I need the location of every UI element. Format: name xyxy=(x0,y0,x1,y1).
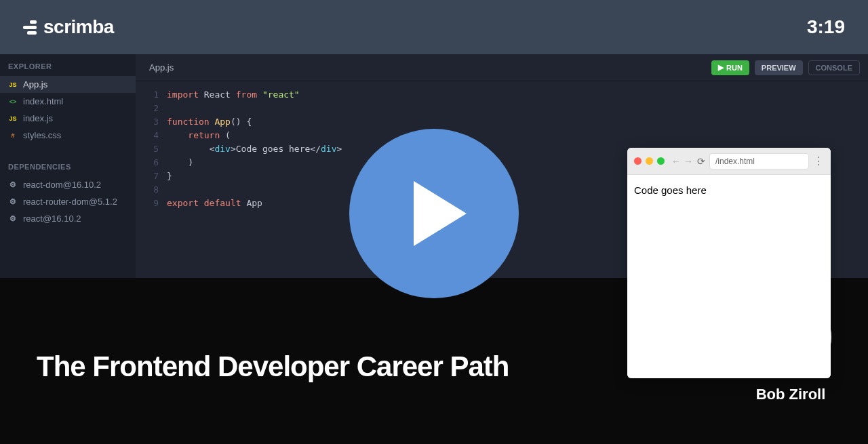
active-tab[interactable]: App.js xyxy=(149,62,174,73)
back-icon[interactable]: ← xyxy=(671,156,681,167)
file-app-js[interactable]: JS App.js xyxy=(0,76,136,93)
preview-toolbar: ← → ⟳ /index.html ⋮ xyxy=(627,148,831,175)
console-label: CONSOLE xyxy=(816,64,852,72)
dependencies-heading: DEPENDENCIES xyxy=(0,155,136,176)
brand-name: scrimba xyxy=(43,16,114,38)
dependency-label: react-dom@16.10.2 xyxy=(23,180,101,190)
scrimba-logo-icon xyxy=(23,20,37,35)
file-index-html[interactable]: <> index.html xyxy=(0,93,136,110)
file-label: index.html xyxy=(23,96,63,106)
code-line-2 xyxy=(167,102,342,115)
console-button[interactable]: CONSOLE xyxy=(808,60,860,75)
sidebar: EXPLORER JS App.js <> index.html JS inde… xyxy=(0,54,136,278)
file-styles-css[interactable]: # styles.css xyxy=(0,127,136,144)
code-line-1: import React from "react" xyxy=(167,88,342,102)
code-line-5: <div>Code goes here</div> xyxy=(167,142,342,156)
code-line-7: } xyxy=(167,169,342,183)
play-icon xyxy=(414,181,467,246)
js-file-icon: JS xyxy=(8,114,18,123)
dependency-label: react-router-dom@5.1.2 xyxy=(23,197,117,207)
run-label: RUN xyxy=(726,64,743,72)
forward-icon[interactable]: → xyxy=(684,156,693,167)
minimize-window-icon[interactable] xyxy=(646,157,653,165)
code-line-8 xyxy=(167,183,342,197)
file-label: index.js xyxy=(23,113,53,123)
file-index-js[interactable]: JS index.js xyxy=(0,110,136,127)
preview-label: PREVIEW xyxy=(762,64,796,72)
dependency-react-router-dom[interactable]: ⚙ react-router-dom@5.1.2 xyxy=(0,193,136,210)
header: scrimba 3:19 xyxy=(0,0,868,54)
play-video-button[interactable] xyxy=(349,129,519,298)
css-file-icon: # xyxy=(8,131,18,140)
maximize-window-icon[interactable] xyxy=(657,157,665,165)
course-title: The Frontend Developer Career Path xyxy=(37,350,509,383)
package-icon: ⚙ xyxy=(8,214,18,224)
close-window-icon[interactable] xyxy=(634,157,642,165)
line-numbers: 1 2 3 4 5 6 7 8 9 xyxy=(136,88,167,210)
logo[interactable]: scrimba xyxy=(23,16,114,38)
refresh-icon[interactable]: ⟳ xyxy=(697,156,705,167)
dependency-label: react@16.10.2 xyxy=(23,214,81,224)
run-button[interactable]: ▶ RUN xyxy=(711,60,749,75)
preview-button[interactable]: PREVIEW xyxy=(755,60,803,75)
editor-buttons: ▶ RUN PREVIEW CONSOLE xyxy=(711,60,860,75)
code-content: import React from "react" function App()… xyxy=(167,88,342,210)
file-label: styles.css xyxy=(23,130,61,140)
file-label: App.js xyxy=(23,79,47,89)
preview-panel: ← → ⟳ /index.html ⋮ Code goes here xyxy=(627,148,831,378)
dependency-react[interactable]: ⚙ react@16.10.2 xyxy=(0,210,136,227)
code-line-3: function App() { xyxy=(167,115,342,129)
nav-arrows: ← → xyxy=(671,156,693,167)
code-line-6: ) xyxy=(167,156,342,169)
editor-topbar: App.js ▶ RUN PREVIEW CONSOLE xyxy=(136,54,868,81)
play-icon: ▶ xyxy=(718,63,724,72)
preview-content: Code goes here xyxy=(627,175,831,378)
menu-dots-icon[interactable]: ⋮ xyxy=(813,155,824,167)
duration-display: 3:19 xyxy=(807,16,845,38)
window-controls xyxy=(634,157,665,165)
js-file-icon: JS xyxy=(8,80,18,89)
code-line-9: export default App xyxy=(167,197,342,210)
url-bar[interactable]: /index.html xyxy=(709,153,809,169)
explorer-heading: EXPLORER xyxy=(0,54,136,76)
dependency-react-dom[interactable]: ⚙ react-dom@16.10.2 xyxy=(0,176,136,193)
code-line-4: return ( xyxy=(167,129,342,142)
html-file-icon: <> xyxy=(8,97,18,106)
package-icon: ⚙ xyxy=(8,180,18,190)
instructor-name: Bob Ziroll xyxy=(756,386,826,403)
package-icon: ⚙ xyxy=(8,197,18,207)
